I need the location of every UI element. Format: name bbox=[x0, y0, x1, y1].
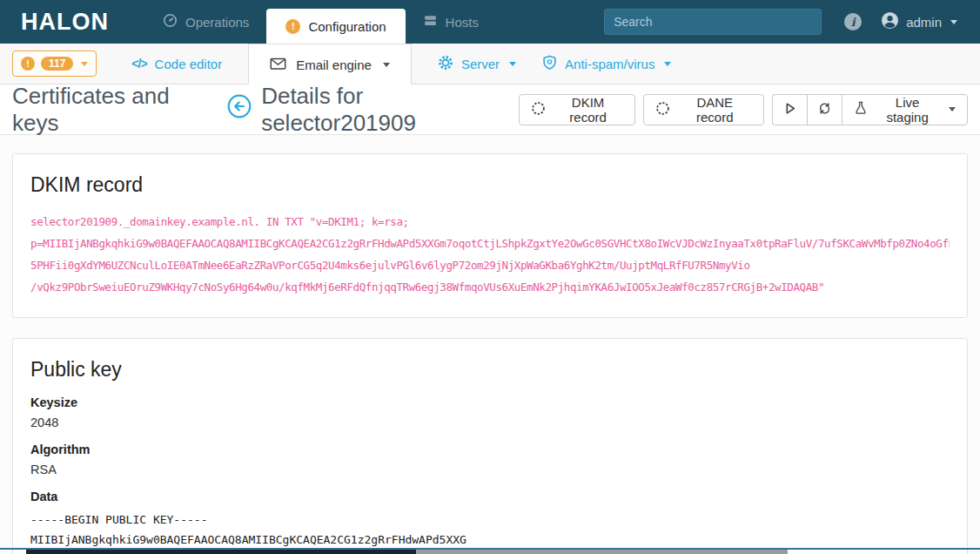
code-icon: </> bbox=[131, 57, 146, 71]
keysize-field: Keysize 2048 bbox=[30, 395, 950, 429]
flask-icon bbox=[854, 101, 868, 118]
chevron-down-icon bbox=[950, 20, 957, 24]
tab-anti-spam-virus[interactable]: Anti-spam/virus bbox=[542, 55, 671, 72]
chevron-down-icon bbox=[949, 107, 956, 111]
warning-count: 117 bbox=[41, 57, 73, 71]
algorithm-label: Algorithm bbox=[30, 443, 950, 456]
tab-anti-spam-virus-label: Anti-spam/virus bbox=[565, 57, 654, 71]
page-title-section: Certificates and keys bbox=[12, 83, 218, 137]
top-navbar: HALON Operations ! Configuration Hosts i… bbox=[0, 0, 980, 44]
public-key-card-title: Public key bbox=[30, 358, 950, 382]
rosette-icon bbox=[655, 101, 670, 118]
public-key-line: MIIBIjANBgkqhkiG9w0BAQEFAAOCAQ8AMIIBCgKC… bbox=[30, 530, 950, 550]
dkim-record-line: 5PHFii0gXdYM6UZCNculLoIE0ATmNee6EaRzZRaV… bbox=[30, 254, 950, 276]
chevron-down-icon bbox=[383, 63, 390, 67]
config-subnav: ! 117 </> Code editor Email engine Serve… bbox=[0, 44, 980, 84]
dkim-record-button[interactable]: DKIM record bbox=[519, 94, 636, 125]
tab-server-label: Server bbox=[461, 57, 500, 71]
dkim-record-card: DKIM record selector201909._domainkey.ex… bbox=[12, 153, 968, 318]
header-actions: DKIM record DANE record bbox=[519, 94, 968, 125]
data-field: Data -----BEGIN PUBLIC KEY----- MIIBIjAN… bbox=[30, 490, 950, 554]
tab-server[interactable]: Server bbox=[438, 55, 516, 73]
nav-configuration-label: Configuration bbox=[308, 19, 386, 34]
chevron-down-icon bbox=[664, 62, 671, 66]
back-circle-icon[interactable] bbox=[227, 94, 252, 125]
keysize-value: 2048 bbox=[30, 416, 950, 429]
warnings-badge[interactable]: ! 117 bbox=[12, 51, 97, 77]
tab-email-engine-label: Email engine bbox=[296, 57, 372, 72]
keysize-label: Keysize bbox=[30, 395, 950, 409]
tab-code-editor-label: Code editor bbox=[155, 57, 223, 71]
info-icon[interactable]: i bbox=[844, 13, 862, 30]
tab-code-editor[interactable]: </> Code editor bbox=[131, 57, 222, 71]
nav-hosts[interactable]: Hosts bbox=[406, 0, 496, 44]
dkim-record-line: /vQkz9PObrSweiuEOruZ9WKHqy7cNoSy6Hg64w0u… bbox=[30, 276, 950, 298]
play-icon bbox=[782, 101, 797, 118]
envelope-icon bbox=[270, 57, 286, 73]
data-label: Data bbox=[30, 490, 950, 503]
main-content: DKIM record selector201909._domainkey.ex… bbox=[0, 135, 980, 554]
clipped-next-line bbox=[26, 550, 416, 554]
server-icon bbox=[423, 13, 438, 30]
shield-icon bbox=[542, 55, 557, 72]
refresh-icon bbox=[817, 101, 832, 118]
dkim-record-line: p=MIIBIjANBgkqhkiG9w0BAQEFAAOCAQ8AMIIBCg… bbox=[30, 233, 950, 254]
dkim-record-line: selector201909._domainkey.example.nl. IN… bbox=[30, 211, 950, 233]
nav-hosts-label: Hosts bbox=[446, 15, 479, 30]
user-avatar-icon bbox=[881, 11, 899, 32]
nav-operations[interactable]: Operations bbox=[145, 0, 266, 44]
live-staging-label: Live staging bbox=[875, 95, 940, 125]
dane-record-button[interactable]: DANE record bbox=[643, 94, 764, 125]
user-name: admin bbox=[906, 15, 942, 30]
search-input[interactable] bbox=[604, 9, 822, 35]
refresh-button[interactable] bbox=[807, 94, 842, 125]
clipped-scrollbar-track bbox=[416, 550, 788, 554]
gear-icon bbox=[438, 55, 453, 73]
warning-icon: ! bbox=[285, 19, 300, 34]
chevron-down-icon bbox=[509, 62, 516, 66]
dkim-card-title: DKIM record bbox=[30, 173, 950, 197]
dkim-record-label: DKIM record bbox=[553, 95, 624, 125]
dane-record-label: DANE record bbox=[677, 95, 752, 125]
nav-operations-label: Operations bbox=[185, 15, 249, 30]
nav-configuration[interactable]: ! Configuration bbox=[266, 9, 405, 44]
page-header: Certificates and keys Details for select… bbox=[0, 84, 980, 135]
public-key-card: Public key Keysize 2048 Algorithm RSA Da… bbox=[12, 338, 968, 554]
algorithm-value: RSA bbox=[30, 463, 950, 476]
chevron-down-icon bbox=[81, 62, 88, 66]
public-key-line: -----BEGIN PUBLIC KEY----- bbox=[30, 510, 950, 530]
gauge-icon bbox=[163, 13, 178, 30]
run-button-group: Live staging bbox=[772, 94, 968, 125]
warning-icon: ! bbox=[21, 57, 35, 71]
rosette-icon bbox=[531, 101, 546, 118]
page-subtitle: Details for selector201909 bbox=[261, 83, 519, 137]
algorithm-field: Algorithm RSA bbox=[30, 443, 950, 476]
halon-logo: HALON bbox=[21, 9, 109, 36]
user-menu[interactable]: admin bbox=[881, 11, 957, 32]
run-button[interactable] bbox=[772, 94, 807, 125]
tab-email-engine[interactable]: Email engine bbox=[248, 44, 412, 84]
live-staging-button[interactable]: Live staging bbox=[842, 94, 968, 125]
page-title: Certificates and keys Details for select… bbox=[12, 83, 519, 137]
